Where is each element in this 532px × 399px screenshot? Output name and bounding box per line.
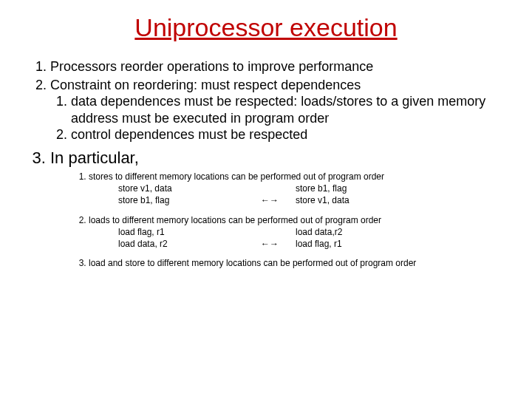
example-row-2b: load data, r2 ←→ load flag, r1 — [118, 238, 502, 250]
arrow-spacer — [244, 226, 296, 238]
point-2-1: data dependences must be respected: load… — [71, 93, 502, 126]
cell: store b1, flag — [118, 194, 244, 206]
cell: store v1, data — [118, 183, 244, 194]
sub-1-text: stores to different memory locations can… — [89, 171, 384, 182]
arrow-icon: ←→ — [244, 194, 296, 206]
example-row-2a: load flag, r1 load data,r2 — [118, 226, 502, 238]
cell: store b1, flag — [296, 183, 421, 194]
main-list: Processors reorder operations to improve… — [30, 58, 502, 269]
arrow-icon: ←→ — [244, 238, 296, 250]
cell: load flag, r1 — [118, 226, 244, 238]
point-2-text: Constraint on reordering: must respect d… — [50, 78, 361, 92]
cell: store v1, data — [296, 194, 421, 206]
cell: load data,r2 — [296, 226, 421, 238]
point-3: In particular, stores to different memor… — [50, 148, 502, 270]
point-3-sublist: stores to different memory locations can… — [50, 171, 502, 269]
point-2-2: control dependences must be respected — [71, 126, 502, 143]
page-title: Uniprocessor execution — [30, 13, 502, 42]
sub-1: stores to different memory locations can… — [89, 171, 502, 207]
sub-2: loads to different memory locations can … — [89, 214, 502, 250]
sub-2-text: loads to different memory locations can … — [89, 215, 381, 225]
sub-3: load and store to different memory locat… — [89, 257, 502, 269]
cell: load data, r2 — [118, 238, 244, 250]
arrow-spacer — [244, 183, 296, 194]
cell: load flag, r1 — [296, 238, 421, 250]
point-2-sublist: data dependences must be respected: load… — [50, 93, 502, 143]
point-2: Constraint on reordering: must respect d… — [50, 77, 502, 143]
point-3-text: In particular, — [50, 149, 139, 167]
example-row-1b: store b1, flag ←→ store v1, data — [118, 194, 502, 206]
example-row-1a: store v1, data store b1, flag — [118, 183, 502, 194]
slide: Uniprocessor execution Processors reorde… — [0, 0, 532, 269]
point-1: Processors reorder operations to improve… — [50, 58, 502, 75]
